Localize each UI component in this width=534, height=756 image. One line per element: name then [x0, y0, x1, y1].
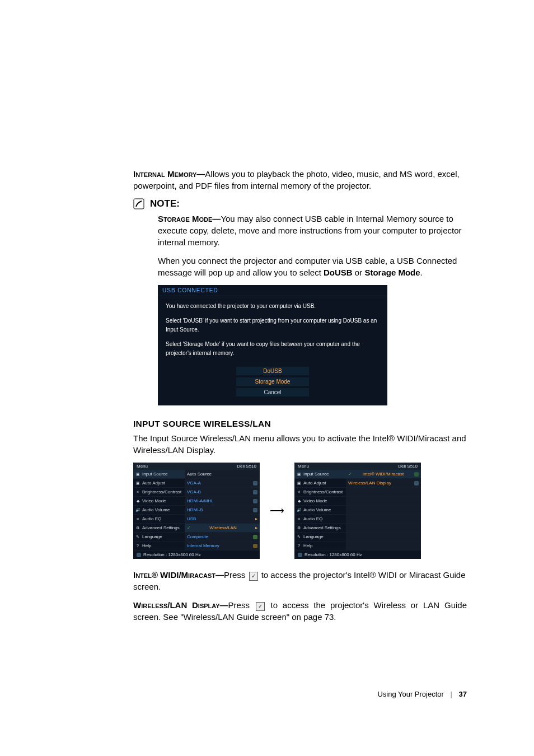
osd-menu-2: Menu Dell S510 ▣Input Source ▣Auto Adjus…: [294, 463, 421, 559]
note-icon: [133, 198, 144, 209]
arrow-icon: ⟶: [270, 505, 284, 517]
osd1-item-6: Advanced Settings: [142, 525, 180, 530]
usb-line-1: You have connected the projector to your…: [166, 302, 380, 311]
osd2-menu-label: Menu: [298, 464, 309, 469]
page-footer: Using Your Projector | 37: [133, 690, 467, 698]
osd2-item-5: Audio EQ: [303, 516, 322, 521]
osd1-item-4: Audio Volume: [142, 507, 170, 512]
osd1-opt-3: HDMI-B: [187, 507, 203, 512]
storage-mode-button: Storage Mode: [236, 377, 309, 386]
wlan-paragraph: Wireless/LAN Display—Press ✓ to access t…: [133, 599, 467, 623]
osd2-right-column: ✓Intel® WIDI/Miracast Wireless/LAN Displ…: [346, 470, 421, 550]
connect-paragraph: When you connect the projector and compu…: [158, 255, 467, 278]
osd1-item-1: Auto Adjust: [142, 480, 165, 486]
osd2-item-0: Input Source: [303, 472, 329, 477]
svg-rect-0: [134, 199, 144, 209]
osd1-opt-7: Internal Memory: [187, 543, 219, 548]
osd1-left-column: ▣Input Source ▣Auto Adjust ☀Brightness/C…: [133, 470, 185, 550]
osd2-item-1: Auto Adjust: [303, 480, 326, 486]
check-icon: ✓: [249, 572, 258, 581]
connect-bold-2: Storage Mode: [364, 268, 420, 277]
osd2-model: Dell S510: [398, 464, 418, 469]
osd1-opt-4: USB: [187, 516, 196, 521]
usb-dialog-header: USB CONNECTED: [158, 285, 387, 296]
widi-paragraph: Intel® WIDI/Miracast—Press ✓ to access t…: [133, 569, 467, 592]
footer-text: Using Your Projector: [377, 690, 444, 698]
wlan-a: Press: [228, 600, 255, 610]
wlan-lead: Wireless/LAN Display—: [133, 600, 228, 610]
osd-menu-1: Menu Dell S510 ▣Input Source ▣Auto Adjus…: [133, 463, 260, 559]
osd1-auto: Auto Source: [187, 472, 212, 477]
cancel-button: Cancel: [236, 388, 309, 396]
osd2-item-4: Audio Volume: [303, 507, 331, 512]
osd2-resolution: Resolution : 1280x800 60 Hz: [305, 552, 362, 557]
note-content: Storage Mode—You may also connect USB ca…: [158, 213, 467, 278]
connect-dot: .: [420, 268, 423, 277]
osd2-item-2: Brightness/Contrast: [303, 489, 343, 494]
osd2-opt-1: Wireless/LAN Display: [348, 480, 391, 486]
osd2-item-8: Help: [303, 543, 312, 548]
osd1-item-5: Audio EQ: [142, 516, 161, 521]
osd2-item-3: Video Mode: [303, 498, 327, 503]
osd2-left-column: ▣Input Source ▣Auto Adjust ☀Brightness/C…: [294, 470, 346, 550]
note-label: NOTE:: [150, 198, 180, 209]
internal-memory-paragraph: Internal Memory—Allows you to playback t…: [133, 168, 467, 192]
osd-screenshots-row: Menu Dell S510 ▣Input Source ▣Auto Adjus…: [133, 463, 467, 559]
check-icon-2: ✓: [256, 602, 265, 611]
osd1-opt-0: VGA-A: [187, 480, 201, 486]
osd1-opt-1: VGA-B: [187, 489, 201, 494]
osd1-opt-6: Composite: [187, 534, 208, 539]
osd1-item-7: Language: [142, 534, 162, 539]
osd1-item-0: Input Source: [142, 472, 167, 477]
internal-memory-lead: Internal Memory—: [133, 169, 205, 179]
usb-connected-dialog: USB CONNECTED You have connected the pro…: [158, 285, 387, 405]
usb-dialog-body: You have connected the projector to your…: [158, 296, 387, 366]
storage-mode-paragraph: Storage Mode—You may also connect USB ca…: [158, 213, 467, 248]
widi-a: Press: [224, 570, 248, 580]
osd1-model: Dell S510: [237, 464, 256, 469]
usb-line-3: Select 'Storage Mode' if you want to cop…: [166, 340, 380, 358]
section-heading: INPUT SOURCE WIRELESS/LAN: [133, 419, 467, 429]
section-description: The Input Source Wireless/LAN menu allow…: [133, 432, 467, 456]
widi-lead: Intel® WIDI/Miracast—: [133, 570, 224, 580]
osd1-item-2: Brightness/Contrast: [142, 489, 181, 494]
osd1-item-3: Video Mode: [142, 498, 166, 503]
osd1-right-column: Auto Source VGA-A VGA-B HDMI-A/MHL HDMI-…: [185, 470, 260, 550]
storage-mode-lead: Storage Mode—: [158, 214, 221, 223]
usb-line-2: Select 'DoUSB' if you want to start proj…: [166, 316, 380, 334]
osd1-resolution: Resolution : 1280x800 60 Hz: [143, 552, 201, 557]
osd2-opt-0: Intel® WIDI/Miracast: [363, 472, 404, 477]
note-row: NOTE:: [133, 198, 467, 209]
page-content: Internal Memory—Allows you to playback t…: [0, 0, 534, 732]
page-number: 37: [459, 690, 467, 698]
dousb-button: DoUSB: [236, 367, 309, 375]
osd1-menu-label: Menu: [137, 464, 148, 469]
osd1-item-8: Help: [142, 543, 151, 548]
osd1-opt-5: Wireless/LAN: [209, 525, 236, 530]
osd1-opt-2: HDMI-A/MHL: [187, 498, 214, 503]
connect-or: or: [353, 268, 365, 277]
osd2-item-7: Language: [303, 534, 324, 539]
osd2-item-6: Advanced Settings: [303, 525, 341, 530]
usb-buttons: DoUSB Storage Mode Cancel: [158, 366, 387, 398]
connect-bold-1: DoUSB: [324, 268, 353, 277]
